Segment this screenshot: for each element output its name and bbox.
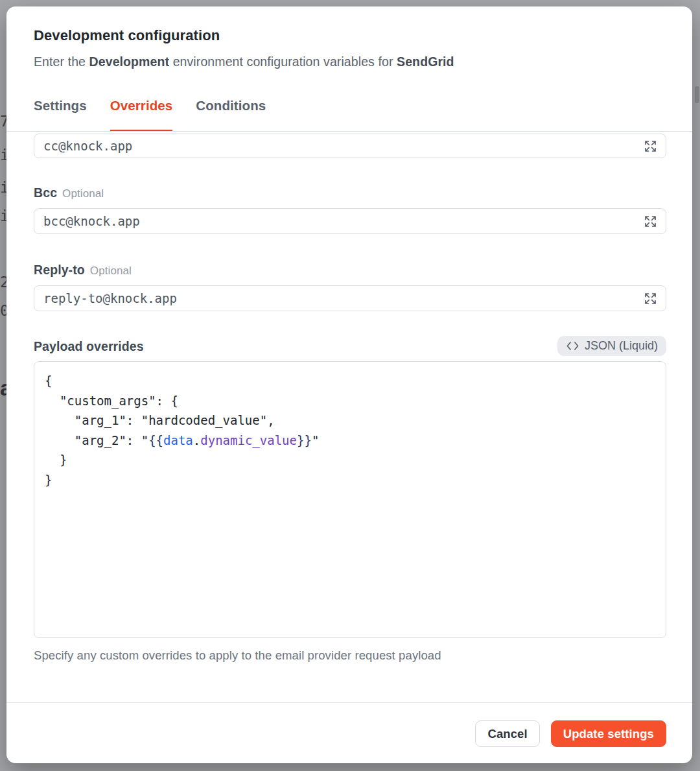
json-liquid-badge-text: JSON (Liquid) [585, 339, 658, 353]
expand-icon[interactable] [643, 139, 657, 153]
expand-icon[interactable] [643, 214, 657, 228]
subtitle-provider: SendGrid [397, 54, 454, 69]
payload-code-editor[interactable]: { "custom_args": { "arg_1": "hardcoded_v… [34, 361, 666, 638]
bcc-optional-text: Optional [62, 187, 104, 200]
reply-to-input[interactable] [34, 286, 643, 311]
code-line: "custom_args": { [45, 391, 655, 411]
cc-input[interactable] [34, 134, 643, 158]
tab-settings[interactable]: Settings [34, 98, 87, 132]
modal-title: Development configuration [34, 27, 220, 44]
page-scrollbar-thumb [695, 86, 699, 103]
tab-overrides[interactable]: Overrides [110, 98, 173, 132]
update-settings-button[interactable]: Update settings [551, 720, 666, 747]
subtitle-environment: Development [89, 54, 170, 69]
json-liquid-badge: JSON (Liquid) [557, 336, 666, 356]
payload-overrides-label: Payload overrides [34, 339, 144, 354]
code-line: { [45, 371, 655, 391]
bcc-field [34, 208, 666, 234]
subtitle-lead: Enter the [34, 54, 89, 69]
bcc-label-text: Bcc [34, 185, 57, 200]
reply-to-label-text: Reply-to [34, 263, 85, 277]
bcc-input[interactable] [34, 209, 643, 233]
expand-icon[interactable] [643, 291, 657, 305]
reply-to-optional-text: Optional [90, 265, 132, 277]
cancel-button[interactable]: Cancel [475, 720, 539, 747]
subtitle-mid: environment configuration variables for [169, 54, 397, 69]
reply-to-field [34, 285, 666, 311]
reply-to-label: Reply-toOptional [34, 263, 132, 278]
code-line: "arg_2": "{{data.dynamic_value}}" [45, 431, 655, 451]
footer-divider [6, 702, 692, 703]
tabs-divider [6, 131, 692, 132]
code-brackets-icon [566, 341, 579, 351]
cc-field [34, 134, 666, 158]
bcc-label: BccOptional [34, 185, 104, 200]
code-line: } [45, 470, 655, 490]
footer-actions: Cancel Update settings [475, 720, 666, 747]
development-configuration-modal: Development configuration Enter the Deve… [6, 6, 692, 763]
tab-conditions[interactable]: Conditions [196, 98, 266, 132]
page: { "background": { "fragments": [ { "char… [0, 0, 700, 771]
code-line: "arg_1": "hardcoded_value", [45, 410, 655, 431]
modal-tabs: Settings Overrides Conditions [34, 98, 266, 132]
modal-subtitle: Enter the Development environment config… [34, 54, 454, 69]
payload-helper-text: Specify any custom overrides to apply to… [34, 648, 441, 663]
code-line: } [45, 450, 655, 470]
